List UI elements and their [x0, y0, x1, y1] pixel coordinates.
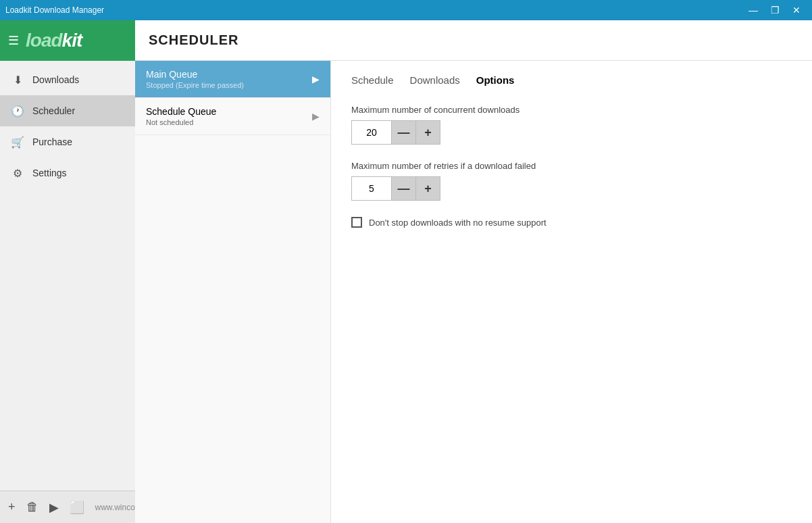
sidebar-header: ☰ loadkit [0, 20, 135, 61]
queue-item-schedule[interactable]: Schedule Queue Not scheduled ▶ [135, 98, 330, 135]
concurrent-label: Maximum number of concurrent downloads [351, 105, 792, 115]
queue-item-main[interactable]: Main Queue Stopped (Expire time passed) … [135, 61, 330, 98]
tabs: Schedule Downloads Options [351, 74, 792, 89]
add-button[interactable]: + [8, 497, 16, 518]
titlebar-title: Loadkit Download Manager [5, 5, 104, 15]
hamburger-icon[interactable]: ☰ [8, 33, 19, 48]
sidebar-item-downloads[interactable]: ⬇ Downloads [0, 64, 135, 95]
scheduler-icon: 🕐 [11, 104, 24, 118]
play-button[interactable]: ▶ [49, 497, 59, 518]
queue-item-status-schedule: Not scheduled [146, 118, 216, 126]
queue-item-name-schedule: Schedule Queue [146, 106, 216, 117]
maximize-button[interactable]: ❐ [765, 3, 785, 17]
content-area: SCHEDULER Main Queue Stopped (Expire tim… [135, 20, 812, 523]
tab-options[interactable]: Options [476, 74, 515, 89]
queue-item-info-main: Main Queue Stopped (Expire time passed) [146, 69, 244, 89]
no-resume-checkbox-row[interactable]: Don't stop downloads with no resume supp… [351, 217, 792, 228]
queue-list: Main Queue Stopped (Expire time passed) … [135, 61, 331, 523]
options-panel: Schedule Downloads Options Maximum numbe… [331, 61, 812, 523]
stop-button[interactable]: ⬜ [70, 497, 84, 518]
close-button[interactable]: ✕ [786, 3, 807, 17]
titlebar: Loadkit Download Manager — ❐ ✕ [0, 0, 812, 20]
queue-play-icon-main: ▶ [312, 74, 320, 84]
retries-input-row: — + [351, 176, 792, 201]
retries-group: Maximum number of retries if a download … [351, 161, 792, 201]
sidebar-item-settings[interactable]: ⚙ Settings [0, 157, 135, 189]
queue-item-info-schedule: Schedule Queue Not scheduled [146, 106, 216, 126]
content-header: SCHEDULER [135, 20, 812, 61]
queue-item-name-main: Main Queue [146, 69, 244, 80]
delete-button[interactable]: 🗑 [26, 497, 39, 518]
concurrent-increment-button[interactable]: + [416, 120, 440, 145]
purchase-icon: 🛒 [11, 135, 24, 149]
concurrent-input[interactable] [351, 120, 392, 145]
main-container: ☰ loadkit ⬇ Downloads 🕐 Scheduler 🛒 Purc… [0, 20, 812, 523]
no-resume-label: Don't stop downloads with no resume supp… [369, 218, 547, 228]
queue-play-icon-schedule: ▶ [312, 111, 320, 122]
tab-schedule[interactable]: Schedule [351, 74, 394, 89]
sidebar-item-label-purchase: Purchase [32, 136, 72, 147]
settings-icon: ⚙ [11, 166, 24, 180]
tab-downloads[interactable]: Downloads [410, 74, 460, 89]
sidebar-item-label-scheduler: Scheduler [32, 105, 75, 116]
sidebar: ☰ loadkit ⬇ Downloads 🕐 Scheduler 🛒 Purc… [0, 20, 135, 523]
bottom-toolbar: + 🗑 ▶ ⬜ www.wincore.ru [0, 491, 135, 523]
logo: loadkit [26, 30, 82, 51]
sidebar-item-label-settings: Settings [32, 168, 67, 178]
downloads-icon: ⬇ [11, 73, 24, 86]
content-body: Main Queue Stopped (Expire time passed) … [135, 61, 812, 523]
concurrent-downloads-group: Maximum number of concurrent downloads —… [351, 105, 792, 145]
retries-decrement-button[interactable]: — [392, 176, 416, 201]
retries-label: Maximum number of retries if a download … [351, 161, 792, 171]
sidebar-item-purchase[interactable]: 🛒 Purchase [0, 126, 135, 157]
concurrent-decrement-button[interactable]: — [392, 120, 416, 145]
concurrent-input-row: — + [351, 120, 792, 145]
sidebar-nav: ⬇ Downloads 🕐 Scheduler 🛒 Purchase ⚙ Set… [0, 61, 135, 491]
sidebar-item-scheduler[interactable]: 🕐 Scheduler [0, 95, 135, 126]
page-title: SCHEDULER [149, 32, 238, 48]
retries-input[interactable] [351, 176, 392, 201]
queue-item-status-main: Stopped (Expire time passed) [146, 81, 244, 89]
sidebar-item-label-downloads: Downloads [32, 74, 79, 85]
minimize-button[interactable]: — [743, 3, 763, 17]
retries-increment-button[interactable]: + [416, 176, 440, 201]
no-resume-checkbox[interactable] [351, 217, 362, 228]
titlebar-controls: — ❐ ✕ [743, 3, 807, 17]
